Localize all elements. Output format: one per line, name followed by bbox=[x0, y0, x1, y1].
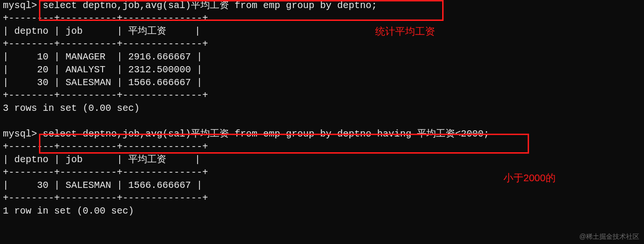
prompt-line-1: mysql> select deptno,job,avg(sal)平均工资 fr… bbox=[3, 0, 641, 12]
watermark: @稀土掘金技术社区 bbox=[579, 232, 639, 241]
status-1: 3 rows in set (0.00 sec) bbox=[3, 102, 641, 115]
table2-border-bot: +--------+----------+--------------+ bbox=[3, 192, 641, 205]
query-2: select deptno,job,avg(sal)平均工资 from emp … bbox=[43, 128, 489, 139]
table2-header: | deptno | job | 平均工资 | bbox=[3, 153, 641, 166]
mysql-prompt: mysql> bbox=[3, 128, 43, 139]
table2-border-top: +--------+----------+--------------+ bbox=[3, 140, 641, 153]
table1-row: | 20 | ANALYST | 2312.500000 | bbox=[3, 63, 641, 76]
table1-row: | 30 | SALESMAN | 1566.666667 | bbox=[3, 76, 641, 89]
annotation-1: 统计平均工资 bbox=[375, 25, 435, 38]
terminal-output: for the right syntax to use near 'from e… bbox=[0, 0, 644, 217]
table1-row: | 10 | MANAGER | 2916.666667 | bbox=[3, 50, 641, 63]
annotation-2: 小于2000的 bbox=[503, 171, 556, 185]
table1-border-top: +--------+----------+--------------+ bbox=[3, 12, 641, 25]
table1-border-bot: +--------+----------+--------------+ bbox=[3, 89, 641, 102]
prompt-line-2: mysql> select deptno,job,avg(sal)平均工资 fr… bbox=[3, 127, 641, 140]
status-2: 1 row in set (0.00 sec) bbox=[3, 205, 641, 217]
blank-line bbox=[3, 115, 641, 127]
table1-header: | deptno | job | 平均工资 | bbox=[3, 25, 641, 38]
mysql-prompt: mysql> bbox=[3, 0, 43, 11]
table1-border-mid: +--------+----------+--------------+ bbox=[3, 38, 641, 50]
query-1: select deptno,job,avg(sal)平均工资 from emp … bbox=[43, 0, 377, 11]
